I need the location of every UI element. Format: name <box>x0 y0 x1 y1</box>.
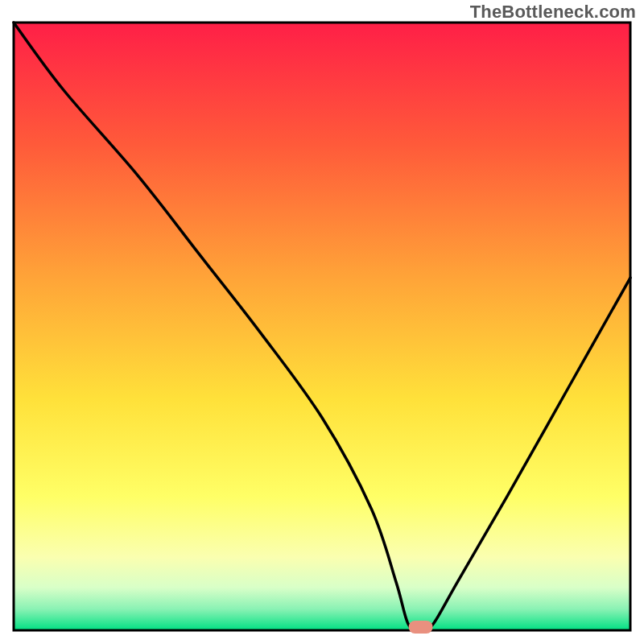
optimum-marker <box>409 621 433 634</box>
watermark-text: TheBottleneck.com <box>470 2 636 23</box>
chart-stage: TheBottleneck.com <box>0 0 644 644</box>
plot-background <box>14 23 630 630</box>
bottleneck-chart-svg <box>0 0 644 644</box>
